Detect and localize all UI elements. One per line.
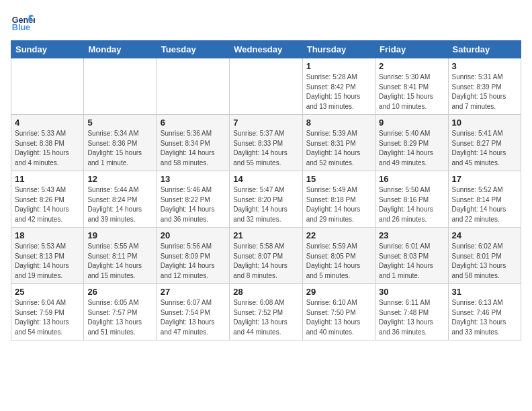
calendar-week-1: 1Sunrise: 5:28 AM Sunset: 8:42 PM Daylig… xyxy=(11,58,521,115)
calendar-table: SundayMondayTuesdayWednesdayThursdayFrid… xyxy=(11,40,521,340)
day-info: Sunrise: 5:34 AM Sunset: 8:36 PM Dayligh… xyxy=(87,129,152,168)
calendar-cell: 23Sunrise: 6:01 AM Sunset: 8:03 PM Dayli… xyxy=(375,228,448,284)
calendar-header-saturday: Saturday xyxy=(448,41,521,58)
calendar-cell: 5Sunrise: 5:34 AM Sunset: 8:36 PM Daylig… xyxy=(84,115,157,171)
day-info: Sunrise: 6:10 AM Sunset: 7:50 PM Dayligh… xyxy=(306,298,371,337)
calendar-header-friday: Friday xyxy=(375,41,448,58)
day-info: Sunrise: 5:58 AM Sunset: 8:07 PM Dayligh… xyxy=(233,242,298,281)
day-number: 6 xyxy=(161,118,226,128)
day-info: Sunrise: 5:53 AM Sunset: 8:13 PM Dayligh… xyxy=(15,242,80,281)
day-info: Sunrise: 5:55 AM Sunset: 8:11 PM Dayligh… xyxy=(87,242,152,281)
calendar-cell: 3Sunrise: 5:31 AM Sunset: 8:39 PM Daylig… xyxy=(448,58,521,115)
day-number: 24 xyxy=(452,230,517,240)
day-info: Sunrise: 5:31 AM Sunset: 8:39 PM Dayligh… xyxy=(452,73,517,111)
day-number: 22 xyxy=(306,230,371,240)
day-number: 17 xyxy=(452,174,517,184)
day-info: Sunrise: 5:50 AM Sunset: 8:16 PM Dayligh… xyxy=(379,185,444,224)
day-info: Sunrise: 5:41 AM Sunset: 8:27 PM Dayligh… xyxy=(452,129,517,168)
day-info: Sunrise: 5:56 AM Sunset: 8:09 PM Dayligh… xyxy=(161,242,226,281)
day-info: Sunrise: 5:33 AM Sunset: 8:38 PM Dayligh… xyxy=(15,129,80,168)
calendar-header-monday: Monday xyxy=(84,41,157,58)
calendar-cell: 4Sunrise: 5:33 AM Sunset: 8:38 PM Daylig… xyxy=(11,115,84,171)
day-number: 28 xyxy=(233,287,298,297)
calendar-week-3: 11Sunrise: 5:43 AM Sunset: 8:26 PM Dayli… xyxy=(11,171,521,228)
day-number: 29 xyxy=(306,287,371,297)
calendar-header-row: SundayMondayTuesdayWednesdayThursdayFrid… xyxy=(11,41,521,58)
day-info: Sunrise: 5:37 AM Sunset: 8:33 PM Dayligh… xyxy=(233,129,298,168)
calendar-cell: 10Sunrise: 5:41 AM Sunset: 8:27 PM Dayli… xyxy=(448,115,521,171)
day-number: 13 xyxy=(161,174,226,184)
day-info: Sunrise: 5:52 AM Sunset: 8:14 PM Dayligh… xyxy=(452,185,517,224)
day-info: Sunrise: 5:36 AM Sunset: 8:34 PM Dayligh… xyxy=(161,129,226,168)
calendar-cell xyxy=(11,58,84,115)
day-info: Sunrise: 5:28 AM Sunset: 8:42 PM Dayligh… xyxy=(306,73,371,111)
day-info: Sunrise: 5:39 AM Sunset: 8:31 PM Dayligh… xyxy=(306,129,371,168)
calendar-cell: 27Sunrise: 6:07 AM Sunset: 7:54 PM Dayli… xyxy=(157,284,229,340)
calendar-cell: 22Sunrise: 5:59 AM Sunset: 8:05 PM Dayli… xyxy=(302,228,375,284)
day-info: Sunrise: 5:30 AM Sunset: 8:41 PM Dayligh… xyxy=(379,73,444,111)
calendar-cell: 30Sunrise: 6:11 AM Sunset: 7:48 PM Dayli… xyxy=(375,284,448,340)
calendar-cell xyxy=(84,58,157,115)
calendar-cell: 25Sunrise: 6:04 AM Sunset: 7:59 PM Dayli… xyxy=(11,284,84,340)
calendar-cell: 12Sunrise: 5:44 AM Sunset: 8:24 PM Dayli… xyxy=(84,171,157,228)
logo: General Blue xyxy=(11,11,35,35)
day-number: 21 xyxy=(233,230,298,240)
calendar-week-5: 25Sunrise: 6:04 AM Sunset: 7:59 PM Dayli… xyxy=(11,284,521,340)
day-number: 4 xyxy=(15,118,80,128)
calendar-cell: 29Sunrise: 6:10 AM Sunset: 7:50 PM Dayli… xyxy=(302,284,375,340)
calendar-cell xyxy=(230,58,302,115)
calendar-cell: 2Sunrise: 5:30 AM Sunset: 8:41 PM Daylig… xyxy=(375,58,448,115)
day-info: Sunrise: 5:46 AM Sunset: 8:22 PM Dayligh… xyxy=(161,185,226,224)
day-number: 5 xyxy=(87,118,152,128)
day-info: Sunrise: 5:43 AM Sunset: 8:26 PM Dayligh… xyxy=(15,185,80,224)
day-number: 25 xyxy=(15,287,80,297)
calendar-week-4: 18Sunrise: 5:53 AM Sunset: 8:13 PM Dayli… xyxy=(11,228,521,284)
calendar-header-wednesday: Wednesday xyxy=(230,41,302,58)
calendar-cell: 31Sunrise: 6:13 AM Sunset: 7:46 PM Dayli… xyxy=(448,284,521,340)
calendar-week-2: 4Sunrise: 5:33 AM Sunset: 8:38 PM Daylig… xyxy=(11,115,521,171)
day-number: 8 xyxy=(306,118,371,128)
calendar-cell: 17Sunrise: 5:52 AM Sunset: 8:14 PM Dayli… xyxy=(448,171,521,228)
day-number: 12 xyxy=(87,174,152,184)
day-number: 18 xyxy=(15,230,80,240)
calendar-cell: 20Sunrise: 5:56 AM Sunset: 8:09 PM Dayli… xyxy=(157,228,229,284)
day-number: 30 xyxy=(379,287,444,297)
calendar-cell: 24Sunrise: 6:02 AM Sunset: 8:01 PM Dayli… xyxy=(448,228,521,284)
day-number: 3 xyxy=(452,61,517,71)
calendar-cell: 8Sunrise: 5:39 AM Sunset: 8:31 PM Daylig… xyxy=(302,115,375,171)
day-info: Sunrise: 6:02 AM Sunset: 8:01 PM Dayligh… xyxy=(452,242,517,281)
calendar-cell: 26Sunrise: 6:05 AM Sunset: 7:57 PM Dayli… xyxy=(84,284,157,340)
day-info: Sunrise: 6:08 AM Sunset: 7:52 PM Dayligh… xyxy=(233,298,298,337)
logo-icon: General Blue xyxy=(11,11,35,35)
calendar-header-thursday: Thursday xyxy=(302,41,375,58)
calendar-cell: 16Sunrise: 5:50 AM Sunset: 8:16 PM Dayli… xyxy=(375,171,448,228)
day-info: Sunrise: 5:44 AM Sunset: 8:24 PM Dayligh… xyxy=(87,185,152,224)
day-number: 2 xyxy=(379,61,444,71)
day-info: Sunrise: 5:40 AM Sunset: 8:29 PM Dayligh… xyxy=(379,129,444,168)
calendar-cell: 19Sunrise: 5:55 AM Sunset: 8:11 PM Dayli… xyxy=(84,228,157,284)
day-info: Sunrise: 5:47 AM Sunset: 8:20 PM Dayligh… xyxy=(233,185,298,224)
day-info: Sunrise: 6:11 AM Sunset: 7:48 PM Dayligh… xyxy=(379,298,444,337)
day-number: 10 xyxy=(452,118,517,128)
day-number: 23 xyxy=(379,230,444,240)
day-number: 11 xyxy=(15,174,80,184)
day-info: Sunrise: 5:59 AM Sunset: 8:05 PM Dayligh… xyxy=(306,242,371,281)
page-header: General Blue xyxy=(11,11,521,35)
day-info: Sunrise: 6:04 AM Sunset: 7:59 PM Dayligh… xyxy=(15,298,80,337)
calendar-cell: 28Sunrise: 6:08 AM Sunset: 7:52 PM Dayli… xyxy=(230,284,302,340)
day-number: 27 xyxy=(161,287,226,297)
calendar-cell: 13Sunrise: 5:46 AM Sunset: 8:22 PM Dayli… xyxy=(157,171,229,228)
svg-text:Blue: Blue xyxy=(12,23,30,32)
day-number: 26 xyxy=(87,287,152,297)
day-info: Sunrise: 6:01 AM Sunset: 8:03 PM Dayligh… xyxy=(379,242,444,281)
day-number: 20 xyxy=(161,230,226,240)
calendar-header-sunday: Sunday xyxy=(11,41,84,58)
day-number: 14 xyxy=(233,174,298,184)
day-info: Sunrise: 6:13 AM Sunset: 7:46 PM Dayligh… xyxy=(452,298,517,337)
day-number: 9 xyxy=(379,118,444,128)
calendar-cell: 11Sunrise: 5:43 AM Sunset: 8:26 PM Dayli… xyxy=(11,171,84,228)
calendar-cell: 18Sunrise: 5:53 AM Sunset: 8:13 PM Dayli… xyxy=(11,228,84,284)
day-number: 31 xyxy=(452,287,517,297)
calendar-cell xyxy=(157,58,229,115)
calendar-cell: 6Sunrise: 5:36 AM Sunset: 8:34 PM Daylig… xyxy=(157,115,229,171)
